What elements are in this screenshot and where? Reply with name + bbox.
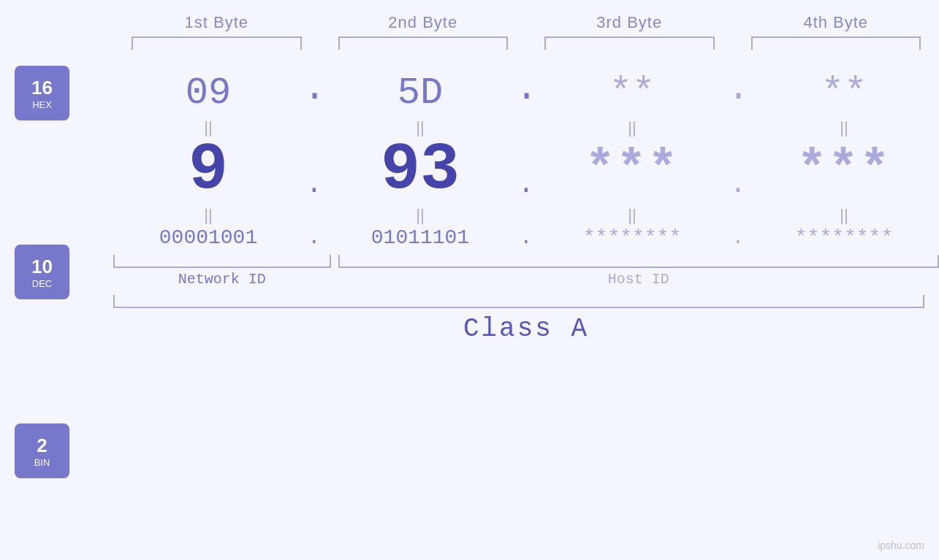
bin-byte4-value: ******** (795, 226, 893, 249)
equals-row-1: || || || || (113, 118, 939, 137)
hex-dot2: . (515, 70, 537, 115)
bin-byte3-value: ******** (583, 226, 681, 249)
hex-dot1: . (303, 70, 325, 115)
hex-byte1: 09 (113, 72, 303, 115)
bin-byte2-value: 01011101 (371, 226, 469, 249)
main-container: 1st Byte 2nd Byte 3rd Byte 4th Byte 16 H… (0, 0, 939, 560)
class-row: Class A (113, 314, 939, 344)
eq1-b4: || (749, 118, 939, 137)
dec-badge-num: 10 (31, 256, 53, 278)
host-bracket (338, 255, 940, 268)
hex-byte3-value: ** (609, 72, 655, 115)
dec-dot3: . (727, 142, 749, 199)
watermark: ipshu.com (878, 540, 924, 551)
bin-badge-label: BIN (34, 457, 50, 468)
dec-dot2: . (515, 142, 537, 199)
eq2-b4: || (749, 206, 939, 225)
byte2-label: 2nd Byte (320, 13, 527, 32)
equals-row-2: || || || || (113, 206, 939, 225)
byte3-label: 3rd Byte (526, 13, 733, 32)
bottom-brackets (113, 255, 939, 268)
hex-byte1-value: 09 (186, 72, 231, 115)
dec-byte1-value: 9 (189, 133, 228, 207)
bin-byte3: ******** (537, 226, 727, 249)
bin-dot1: . (303, 228, 325, 248)
dec-row: 9 . 93 . *** . *** (113, 137, 939, 203)
bin-byte1: 00001001 (113, 226, 303, 249)
byte4-label: 4th Byte (733, 13, 940, 32)
dec-dot1: . (303, 142, 325, 199)
dec-byte3-value: *** (585, 142, 679, 198)
header-row: 1st Byte 2nd Byte 3rd Byte 4th Byte (0, 13, 939, 32)
bin-byte2: 01011101 (325, 226, 515, 249)
class-label: Class A (463, 314, 589, 344)
host-id-label: Host ID (338, 271, 940, 288)
hex-badge: 16 HEX (15, 66, 69, 120)
bracket-byte3 (544, 37, 715, 50)
eq2-b1: || (113, 206, 303, 225)
hex-byte4: ** (749, 72, 939, 115)
top-brackets (0, 37, 939, 50)
dec-byte4-value: *** (797, 142, 891, 198)
network-bracket (113, 255, 331, 268)
bin-badge-num: 2 (37, 434, 47, 457)
big-bracket (113, 295, 924, 308)
hex-byte2-value: 5D (398, 72, 443, 115)
hex-badge-num: 16 (31, 77, 53, 99)
bin-badge: 2 BIN (15, 423, 69, 478)
bin-row: 00001001 . 01011101 . ******** . *******… (113, 226, 939, 249)
bin-dot2: . (515, 228, 537, 248)
hex-byte2: 5D (325, 72, 515, 115)
bin-byte4: ******** (749, 226, 939, 249)
bracket-byte1 (132, 37, 302, 50)
base-badges: 16 HEX 10 DEC 2 BIN (15, 50, 69, 518)
dec-badge-label: DEC (32, 278, 52, 289)
dec-byte4: *** (749, 145, 939, 195)
dec-byte3: *** (537, 145, 727, 195)
hex-dot3: . (727, 70, 749, 115)
bin-dot3: . (727, 228, 749, 248)
hex-row: 09 . 5D . ** . ** (113, 70, 939, 115)
hex-badge-label: HEX (32, 99, 52, 110)
eq1-b3: || (537, 118, 727, 137)
dec-byte1: 9 (113, 137, 303, 203)
network-id-label: Network ID (113, 271, 331, 288)
dec-byte2: 93 (325, 137, 515, 203)
dec-badge: 10 DEC (15, 245, 69, 299)
bracket-byte4 (751, 37, 921, 50)
hex-byte4-value: ** (821, 72, 867, 115)
dec-byte2-value: 93 (381, 133, 460, 207)
eq2-b3: || (537, 206, 727, 225)
byte1-label: 1st Byte (113, 13, 320, 32)
big-bracket-container (113, 295, 939, 308)
eq2-b2: || (325, 206, 515, 225)
hex-byte3: ** (537, 72, 727, 115)
bin-byte1-value: 00001001 (159, 226, 257, 249)
bracket-byte2 (338, 37, 509, 50)
id-labels-row: Network ID Host ID (113, 271, 939, 288)
